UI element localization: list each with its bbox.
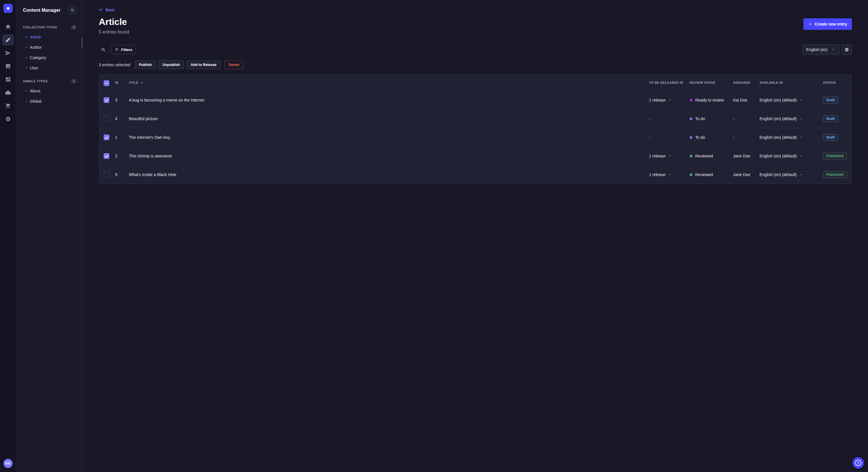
title-block: Article 5 entries found — [99, 16, 129, 35]
col-header-assignee: ASSIGNEE — [733, 81, 760, 84]
nav-item-content-manager[interactable] — [2, 34, 14, 45]
cell-locale-dropdown[interactable]: English (en) (default) — [760, 116, 823, 121]
table-row[interactable]: 4 Beautiful picture - To do - English (e… — [99, 109, 851, 128]
col-header-title[interactable]: TITLE — [129, 80, 649, 85]
cell-status: Draft — [823, 97, 847, 103]
configure-view-button[interactable] — [842, 44, 852, 55]
row-checkbox[interactable] — [104, 171, 110, 177]
unpublish-button[interactable]: Unpublish — [158, 61, 184, 69]
release-value: - — [649, 135, 650, 140]
divider — [23, 19, 29, 19]
cell-release-dropdown[interactable]: 1 release — [649, 172, 690, 177]
filters-button[interactable]: Filters — [111, 45, 136, 54]
nav-item-marketplace[interactable] — [2, 100, 14, 111]
row-checkbox[interactable] — [104, 134, 110, 140]
row-checkbox[interactable] — [104, 153, 110, 159]
search-button[interactable] — [99, 45, 108, 54]
sidebar-item-label: Author — [30, 45, 42, 49]
release-caret-icon — [668, 154, 672, 158]
locale-caret-icon — [799, 154, 803, 158]
cell-release-dropdown[interactable]: 1 release — [649, 154, 690, 158]
select-all-checkbox[interactable] — [104, 80, 110, 86]
strapi-logo[interactable] — [3, 4, 12, 13]
title-row: Article 5 entries found Create new entry — [99, 16, 852, 35]
main-content: Back Article 5 entries found Create new … — [83, 0, 868, 472]
cell-release-dropdown[interactable]: 1 release — [649, 98, 690, 102]
sidebar-item-label: User — [30, 66, 38, 70]
cell-locale-dropdown[interactable]: English (en) (default) — [760, 172, 823, 177]
sidebar-sections: COLLECTION TYPES 4 Article Author Catego… — [16, 23, 82, 106]
sidebar-item-label: About — [30, 89, 40, 93]
entries-table: ID TITLE TO BE RELEASED IN REVIEW STAGE … — [99, 74, 852, 184]
stage-dot-icon — [690, 173, 692, 176]
sidebar-item-label: Category — [30, 55, 46, 60]
toolbar: Filters English (en) — [99, 44, 852, 55]
sidebar-item-category[interactable]: Category — [16, 53, 82, 63]
bullet-icon — [26, 47, 27, 48]
locale-caret-icon — [799, 173, 803, 177]
stage-label: To do — [695, 116, 705, 121]
nav-item-releases[interactable] — [2, 47, 14, 59]
available-in-value: English (en) (default) — [760, 172, 797, 177]
sidebar-item-author[interactable]: Author — [16, 42, 82, 53]
cell-review-stage: Ready to review — [690, 98, 733, 102]
nav-item-media-library[interactable] — [2, 61, 14, 72]
cell-title: What's inside a Black Hole — [129, 172, 649, 177]
cell-status: Published — [823, 171, 847, 178]
publish-button[interactable]: Publish — [135, 61, 156, 69]
delete-button[interactable]: Delete — [224, 61, 243, 69]
bullet-icon — [26, 36, 27, 38]
locale-select[interactable]: English (en) — [802, 44, 839, 55]
cell-assignee: Kai Doe — [733, 98, 760, 102]
help-button[interactable]: ? — [852, 457, 864, 469]
sort-ascending-button[interactable] — [140, 80, 144, 85]
cell-locale-dropdown[interactable]: English (en) (default) — [760, 135, 823, 140]
user-avatar[interactable]: KD — [3, 459, 12, 468]
nav-item-settings[interactable] — [2, 113, 14, 125]
cell-locale-dropdown[interactable]: English (en) (default) — [760, 154, 823, 158]
cell-title: Beautiful picture — [129, 116, 649, 121]
main-nav-rail: KD — [0, 0, 16, 472]
add-to-release-button[interactable]: Add to Release — [187, 61, 220, 69]
cell-id: 5 — [115, 172, 129, 177]
table-row[interactable]: 5 What's inside a Black Hole 1 release R… — [99, 165, 851, 184]
row-checkbox[interactable] — [104, 97, 110, 103]
table-row[interactable]: 2 This shrimp is awesome 1 release Revie… — [99, 146, 851, 165]
release-value: 1 release — [649, 154, 665, 158]
back-link[interactable]: Back — [99, 7, 115, 12]
bullet-icon — [26, 57, 27, 58]
col-header-available-in: AVAILABLE IN — [760, 81, 823, 84]
available-in-value: English (en) (default) — [760, 116, 797, 121]
checkbox-cell — [104, 134, 115, 140]
sidebar-item-user[interactable]: User — [16, 63, 82, 73]
cell-release-dropdown[interactable]: - — [649, 116, 690, 121]
sort-ascending-icon — [140, 80, 144, 85]
search-icon — [101, 47, 106, 52]
release-caret-icon — [668, 98, 672, 102]
available-in-value: English (en) (default) — [760, 98, 797, 102]
sidebar-item-article[interactable]: Article — [16, 32, 82, 42]
nav-item-deploy[interactable] — [2, 87, 14, 98]
gear-icon — [844, 47, 849, 52]
table-row[interactable]: 1 The internet's Own boy - To do - Engli… — [99, 128, 851, 146]
cell-locale-dropdown[interactable]: English (en) (default) — [760, 98, 823, 102]
section-label: SINGLE TYPES — [23, 79, 48, 83]
nav-item-content-type-builder[interactable] — [2, 74, 14, 85]
status-badge: Published — [823, 171, 847, 178]
deploy-cloud-icon — [5, 90, 11, 96]
cell-release-dropdown[interactable]: - — [649, 135, 690, 140]
status-badge: Published — [823, 153, 847, 160]
sidebar-item-global[interactable]: Global — [16, 96, 82, 106]
sidebar-search-button[interactable] — [69, 6, 76, 14]
sidebar-item-about[interactable]: About — [16, 86, 82, 96]
create-new-entry-button[interactable]: Create new entry — [803, 19, 852, 30]
section-items: Article Author Category User — [16, 32, 82, 73]
cell-id: 4 — [115, 116, 129, 121]
chevron-down-icon — [832, 47, 836, 52]
table-header-row: ID TITLE TO BE RELEASED IN REVIEW STAGE … — [99, 74, 851, 91]
status-badge: Draft — [823, 115, 838, 122]
stage-dot-icon — [690, 117, 692, 120]
nav-item-home[interactable] — [2, 21, 14, 32]
row-checkbox[interactable] — [104, 115, 110, 121]
table-row[interactable]: 3 A bug is becoming a meme on the intern… — [99, 91, 851, 109]
